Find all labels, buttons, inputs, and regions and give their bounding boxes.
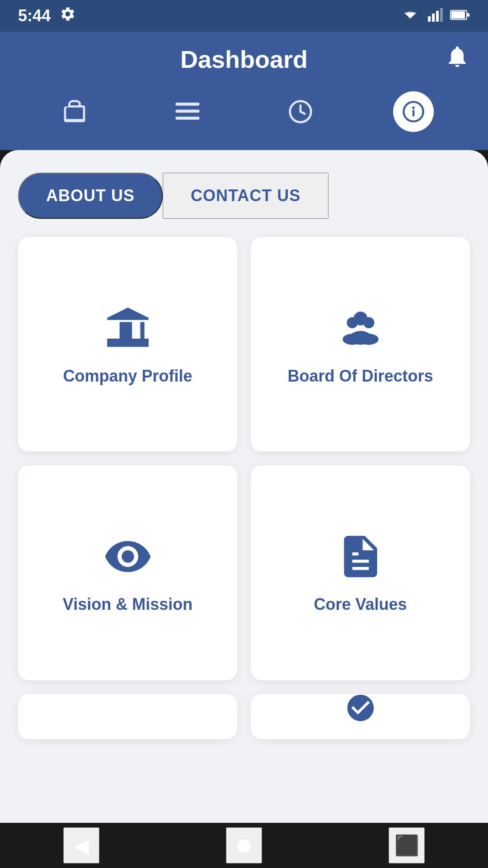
bell-icon[interactable] [445,44,470,75]
status-right [401,7,470,25]
svg-rect-6 [440,8,443,22]
svg-rect-11 [175,110,199,113]
card-vision-mission[interactable]: Vision & Mission [18,465,237,680]
group-icon [336,303,385,353]
svg-rect-5 [436,11,439,22]
board-of-directors-label: Board Of Directors [287,367,433,386]
svg-rect-8 [451,11,465,19]
card-core-values[interactable]: Core Values [251,465,470,680]
wifi-icon [401,8,419,24]
status-bar: 5:44 [0,0,488,32]
header: Dashboard [0,32,488,150]
tab-contact-us[interactable]: CONTACT US [163,173,328,219]
header-top: Dashboard [18,45,470,73]
cards-grid: Company Profile Board Of Directors [18,237,470,809]
tabs: ABOUT US CONTACT US [18,173,470,219]
svg-rect-12 [175,117,199,120]
back-button[interactable]: ◀ [63,827,99,863]
signal-icon [427,7,443,25]
bottom-nav-bar: ◀ ⏺ ⬛ [0,823,488,868]
svg-rect-4 [432,14,435,22]
svg-rect-9 [467,13,469,17]
status-left: 5:44 [18,6,76,26]
eye-icon [103,532,153,581]
svg-rect-10 [175,103,199,106]
recent-button[interactable]: ⬛ [389,827,425,863]
company-profile-label: Company Profile [63,367,192,386]
tab-about-us[interactable]: ABOUT US [18,173,163,219]
home-button[interactable]: ⏺ [226,827,262,863]
svg-rect-3 [428,16,431,22]
bank-icon [103,303,153,353]
briefcase-icon[interactable] [54,91,95,132]
card-board-of-directors[interactable]: Board Of Directors [251,237,470,452]
card-company-profile[interactable]: Company Profile [18,237,237,452]
gear-icon [60,6,76,26]
core-values-label: Core Values [314,595,407,614]
document-icon [336,532,385,581]
svg-point-17 [412,107,414,109]
vision-mission-label: Vision & Mission [63,595,192,614]
header-nav [18,91,470,132]
battery-icon [450,9,470,23]
status-time: 5:44 [18,6,51,25]
card-partial-right[interactable] [251,694,470,739]
page-title: Dashboard [180,45,308,73]
svg-point-21 [353,311,367,326]
svg-point-24 [349,331,371,345]
svg-rect-18 [107,343,149,347]
card-partial-left[interactable] [18,694,237,739]
info-icon[interactable] [393,91,434,132]
main-content: ABOUT US CONTACT US Company Profile [0,150,488,823]
clock-icon[interactable] [280,91,321,132]
menu-icon[interactable] [167,91,208,132]
